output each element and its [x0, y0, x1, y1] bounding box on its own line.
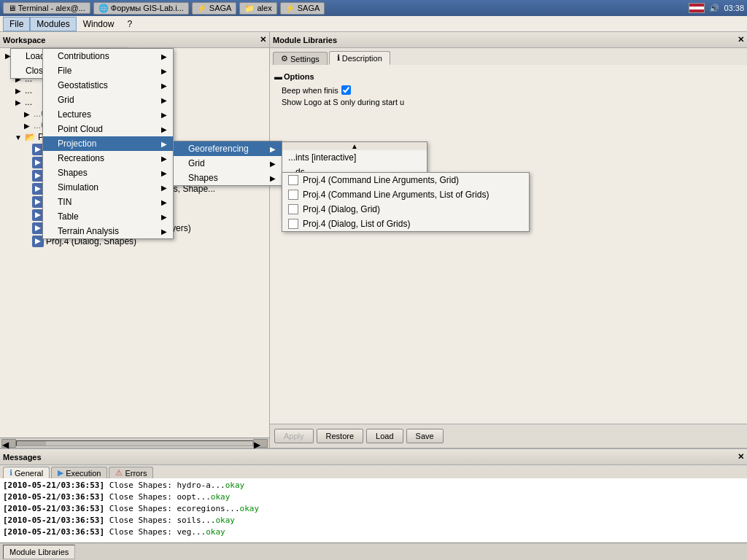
- msg-ts-5: [2010-05-21/03:36:53]: [3, 527, 104, 537]
- left-panel-header: Workspace ✕: [0, 32, 269, 48]
- msg-ts-1: [2010-05-21/03:36:53]: [3, 481, 104, 490]
- save-button[interactable]: Save: [406, 429, 444, 443]
- menu-help[interactable]: ?: [120, 17, 139, 31]
- load-button[interactable]: Load: [366, 429, 403, 443]
- scroll-left-btn[interactable]: ◀: [1, 439, 16, 448]
- modules-pointcloud[interactable]: Point Cloud ▶: [43, 122, 173, 136]
- saga1-icon: ⚡: [197, 4, 207, 12]
- sub-shapes-arrow: ▶: [270, 174, 276, 182]
- terrain-label: Terrain Analysis: [58, 226, 119, 236]
- sub-shapes-label: Shapes: [188, 173, 218, 183]
- restore-button[interactable]: Restore: [317, 429, 364, 443]
- beep-checkbox[interactable]: [341, 85, 351, 95]
- msg-ts-2: [2010-05-21/03:36:53]: [3, 492, 104, 502]
- modules-simulation[interactable]: Simulation ▶: [43, 180, 173, 195]
- shapes-sub-item-1[interactable]: Proj.4 (Command Line Arguments, Grid): [282, 173, 529, 187]
- shapes-sub-label-4: Proj.4 (Dialog, List of Grids): [303, 219, 410, 229]
- menu-file[interactable]: File: [3, 17, 30, 31]
- tab-description[interactable]: ℹ Description: [329, 51, 390, 65]
- modules-table[interactable]: Table ▶: [43, 209, 173, 224]
- info-icon: ℹ: [9, 468, 12, 478]
- exec-icon: ▶: [58, 468, 63, 478]
- taskbar-top: 🖥 Terminal - alex@... 🌐 Форумы GIS-Lab.i…: [0, 0, 747, 16]
- left-panel-hscrollbar[interactable]: ◀ ▶: [0, 438, 269, 448]
- right-panel-close-icon[interactable]: ✕: [738, 35, 744, 44]
- taskbar-btn-saga2[interactable]: ⚡ SAGA: [280, 2, 325, 15]
- shapes-sub-item-4[interactable]: Proj.4 (Dialog, List of Grids): [282, 217, 529, 231]
- terminal-icon: 🖥: [8, 4, 16, 12]
- collapse-options-icon[interactable]: ▬: [274, 72, 282, 81]
- sub-georeferencing[interactable]: Georeferencing ▶: [174, 141, 282, 156]
- taskbar-btn-saga1[interactable]: ⚡ SAGA: [192, 2, 237, 15]
- menu-window[interactable]: Window: [77, 17, 121, 31]
- msg-text-4: Close Shapes: soils...: [109, 516, 216, 525]
- msg-tab-general[interactable]: ℹ General: [3, 467, 50, 478]
- messages-tabs: ℹ General ▶ Execution ⚠ Errors: [0, 465, 747, 478]
- options-section-label: Options: [284, 72, 314, 81]
- modules-terrain[interactable]: Terrain Analysis ▶: [43, 224, 173, 238]
- scroll-right-btn[interactable]: ▶: [253, 439, 268, 448]
- msg-line-2: [2010-05-21/03:36:53] Close Shapes: oopt…: [3, 491, 744, 503]
- right-panel-title: Module Libraries: [273, 36, 337, 44]
- time-display: 03:38: [724, 4, 744, 12]
- shapes-sub-item-2[interactable]: Proj.4 (Command Line Arguments, List of …: [282, 187, 529, 202]
- messages-header: Messages ✕: [0, 449, 747, 465]
- sub-grid[interactable]: Grid ▶: [174, 156, 282, 171]
- tin-label: TIN: [58, 197, 71, 207]
- sub-shapes[interactable]: Shapes ▶: [174, 171, 282, 185]
- sub-georef-label: Georeferencing: [188, 144, 249, 154]
- volume-icon: 🔊: [709, 4, 719, 13]
- statusbar: Module Libraries: [0, 542, 747, 560]
- modules-shapes[interactable]: Shapes ▶: [43, 166, 173, 180]
- msg-ok-3: okay: [240, 504, 260, 513]
- modules-file[interactable]: File ▶: [43, 63, 173, 78]
- checkbox-1: [288, 175, 298, 185]
- main-area: Workspace ✕ ▶ M... ▶ ... ▶ ... ▶ ...: [0, 32, 747, 448]
- shapes-submenu: Proj.4 (Command Line Arguments, Grid) Pr…: [282, 172, 530, 232]
- tin-arrow: ▶: [161, 198, 167, 206]
- modules-recreations[interactable]: Recreations ▶: [43, 151, 173, 166]
- tab-settings[interactable]: ⚙ Settings: [273, 52, 328, 65]
- messages-close-icon[interactable]: ✕: [738, 452, 744, 462]
- grid-arrow: ▶: [161, 96, 167, 104]
- geostatistics-label: Geostatistics: [58, 80, 108, 90]
- shapes-label: Shapes: [58, 168, 88, 178]
- msg-line-3: [2010-05-21/03:36:53] Close Shapes: ecor…: [3, 503, 744, 515]
- menu-modules[interactable]: Modules: [30, 17, 76, 31]
- settings-tab-label: Settings: [290, 55, 320, 63]
- modules-geostatistics[interactable]: Geostatistics ▶: [43, 78, 173, 93]
- msg-ok-5: okay: [206, 527, 225, 537]
- left-panel-close-icon[interactable]: ✕: [260, 35, 266, 44]
- modules-contributions[interactable]: Contributions ▶: [43, 49, 173, 63]
- georef-item-1[interactable]: ...ints [interactive]: [282, 150, 427, 165]
- settings-tab-icon: ⚙: [281, 54, 288, 63]
- modules-tin[interactable]: TIN ▶: [43, 195, 173, 209]
- apply-button[interactable]: Apply: [274, 429, 314, 443]
- expander-georef-s: ▶: [22, 109, 32, 119]
- statusbar-text: Module Libraries: [3, 545, 75, 559]
- messages-title: Messages: [3, 453, 42, 462]
- modules-grid[interactable]: Grid ▶: [43, 93, 173, 107]
- table-label: Table: [58, 211, 79, 222]
- options-section: ▬ Options Beep when finis Show Logo at S…: [274, 72, 743, 108]
- msg-tab-errors[interactable]: ⚠ Errors: [109, 467, 153, 478]
- pointcloud-arrow: ▶: [161, 125, 167, 133]
- scroll-track-h: [16, 440, 253, 446]
- taskbar-btn-gislab[interactable]: 🌐 Форумы GIS-Lab.i...: [93, 2, 189, 15]
- scroll-thumb-h: [17, 441, 46, 446]
- tab-content-area: ▬ Options Beep when finis Show Logo at S…: [270, 65, 747, 424]
- modules-dropdown: Contributions ▶ File ▶ Geostatistics ▶ G…: [42, 48, 174, 239]
- menubar: File Modules Window ?: [0, 16, 747, 32]
- shapes-sub-item-3[interactable]: Proj.4 (Dialog, Grid): [282, 202, 529, 217]
- modules-projection[interactable]: Projection ▶: [43, 136, 173, 151]
- alex-icon: 📁: [244, 4, 255, 12]
- expander-3: ▶: [13, 85, 23, 96]
- msg-ts-4: [2010-05-21/03:36:53]: [3, 516, 104, 525]
- modules-lectures[interactable]: Lectures ▶: [43, 107, 173, 122]
- georef-scroll-up[interactable]: ▲: [282, 142, 427, 150]
- taskbar-btn-terminal[interactable]: 🖥 Terminal - alex@...: [3, 2, 90, 14]
- taskbar-btn-alex[interactable]: 📁 alex: [239, 2, 276, 15]
- tabs-row: ⚙ Settings ℹ Description: [270, 48, 747, 65]
- shapes-sub-label-2: Proj.4 (Command Line Arguments, List of …: [303, 190, 489, 200]
- msg-tab-execution[interactable]: ▶ Execution: [51, 467, 107, 478]
